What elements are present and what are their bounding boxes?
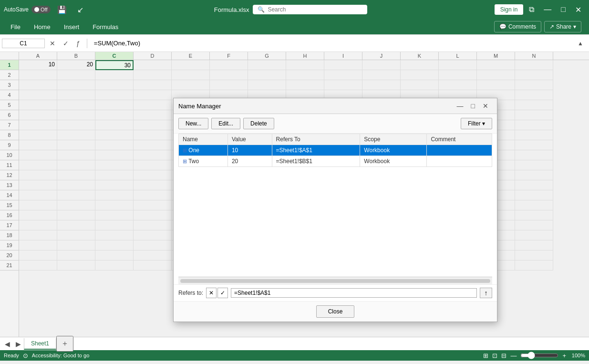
- nm-col-value: Value: [227, 134, 272, 145]
- nm-refers-btns: ✕ ✓: [206, 288, 228, 298]
- nm-cell-two-refers: =Sheet1!$B$1: [272, 156, 360, 167]
- nm-title-bar: Name Manager — □ ✕: [174, 98, 497, 114]
- nm-empty-area[interactable]: [178, 167, 492, 277]
- nm-close-button[interactable]: Close: [316, 305, 355, 318]
- nm-table: Name Value Refers To Scope Comment ⊞ One…: [178, 134, 492, 167]
- nm-refers-input[interactable]: [231, 288, 477, 298]
- nm-refers-to-label: Refers to:: [178, 290, 203, 296]
- nm-minimize-button[interactable]: —: [453, 101, 467, 111]
- nm-refers-confirm-button[interactable]: ✓: [217, 288, 228, 298]
- nm-scrollbar[interactable]: [180, 279, 490, 283]
- nm-cell-two-name[interactable]: ⊞ Two: [179, 156, 228, 167]
- nm-cell-two-scope: Workbook: [360, 156, 427, 167]
- nm-cell-two-comment: [427, 156, 492, 167]
- nm-delete-button[interactable]: Delete: [243, 118, 274, 129]
- nm-title: Name Manager: [178, 103, 453, 110]
- nm-icon-one: ⊞: [183, 147, 187, 153]
- nm-cell-one-name[interactable]: ⊞ One: [179, 145, 228, 156]
- nm-name-two: Two: [188, 158, 199, 165]
- nm-icon-two: ⊞: [183, 158, 187, 164]
- nm-scrollbar-row: [178, 277, 492, 284]
- nm-cell-two-value: 20: [227, 156, 272, 167]
- nm-col-comment: Comment: [427, 134, 492, 145]
- nm-col-scope: Scope: [360, 134, 427, 145]
- nm-row-two[interactable]: ⊞ Two 20 =Sheet1!$B$1 Workbook: [179, 156, 492, 167]
- nm-name-one: One: [188, 147, 199, 154]
- nm-restore-button[interactable]: □: [467, 101, 479, 111]
- nm-row-one[interactable]: ⊞ One 10 =Sheet1!$A$1 Workbook: [179, 145, 492, 156]
- nm-cell-one-refers: =Sheet1!$A$1: [272, 145, 360, 156]
- nm-close-x-button[interactable]: ✕: [479, 101, 492, 111]
- nm-buttons-row: New... Edit... Delete Filter ▾: [174, 114, 497, 134]
- nm-refers-cancel-button[interactable]: ✕: [206, 288, 217, 298]
- nm-refers-to-row: Refers to: ✕ ✓ ↑: [174, 284, 497, 301]
- nm-new-button[interactable]: New...: [178, 118, 208, 129]
- nm-close-row: Close: [174, 301, 497, 322]
- name-manager-dialog: Name Manager — □ ✕ New... Edit... Delete…: [173, 98, 497, 322]
- nm-cell-one-scope: Workbook: [360, 145, 427, 156]
- nm-filter-button[interactable]: Filter ▾: [461, 118, 492, 129]
- nm-scroll-area[interactable]: Name Value Refers To Scope Comment ⊞ One…: [174, 134, 497, 277]
- nm-edit-button[interactable]: Edit...: [211, 118, 240, 129]
- nm-refers-expand-button[interactable]: ↑: [480, 288, 492, 298]
- nm-col-name: Name: [179, 134, 228, 145]
- nm-cell-one-comment: [427, 145, 492, 156]
- name-manager-overlay: Name Manager — □ ✕ New... Edit... Delete…: [0, 0, 589, 364]
- nm-col-refers-to: Refers To: [272, 134, 360, 145]
- nm-cell-one-value: 10: [227, 145, 272, 156]
